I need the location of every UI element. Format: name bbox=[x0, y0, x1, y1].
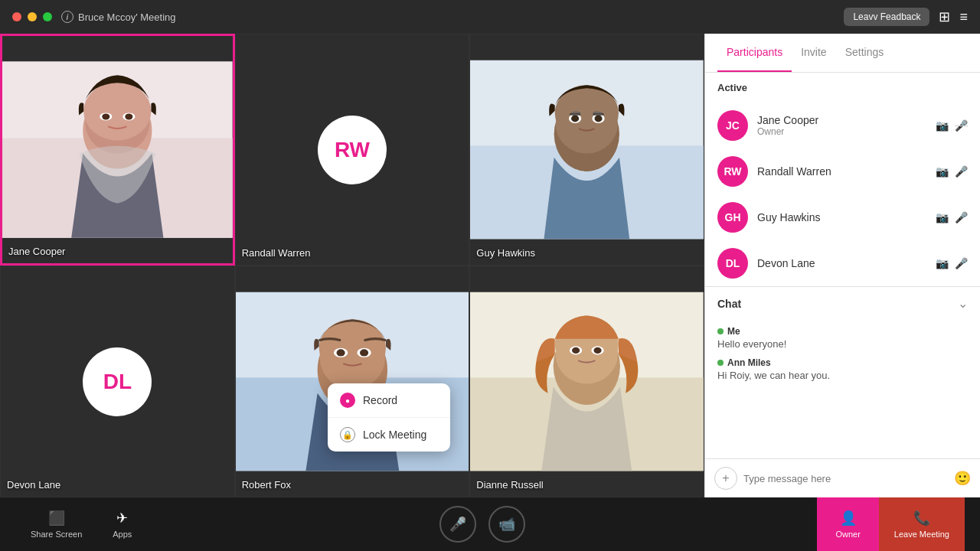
chat-message-me: Me Hello everyone! bbox=[717, 326, 968, 350]
participant-row-devon-lane: DL Devon Lane 📷 🎤 bbox=[705, 240, 980, 286]
chat-messages: Me Hello everyone! Ann Miles Hi Roiy, we… bbox=[705, 320, 980, 387]
leave-meeting-icon: 📞 bbox=[913, 510, 930, 527]
record-label: Record bbox=[363, 394, 397, 406]
randall-warren-display-name: Randall Warren bbox=[757, 165, 926, 178]
main-content: Jane Cooper RW Randall Warren bbox=[0, 34, 980, 497]
apps-icon: ✈ bbox=[116, 510, 128, 527]
svg-point-8 bbox=[125, 113, 132, 119]
chat-section: Chat ⌄ Me Hello everyone! Ann Miles H bbox=[705, 286, 980, 387]
video-cell-robert-fox: Robert Fox bbox=[235, 266, 470, 497]
emoji-button[interactable]: 🙂 bbox=[954, 470, 971, 487]
jane-cooper-photo bbox=[2, 36, 233, 263]
guy-hawkins-camera-icon: 📷 bbox=[936, 211, 949, 223]
meeting-info: i Bruce Mccoy' Meeting bbox=[61, 11, 844, 23]
share-screen-icon: ⬛ bbox=[48, 510, 65, 527]
randall-warren-controls: 📷 🎤 bbox=[936, 165, 968, 178]
chat-input[interactable] bbox=[743, 473, 948, 484]
chat-header[interactable]: Chat ⌄ bbox=[705, 287, 980, 320]
chat-input-area: + 🙂 bbox=[705, 458, 980, 497]
owner-button[interactable]: 👤 Owner bbox=[817, 497, 878, 551]
view-layout-icon[interactable]: ⊞ bbox=[939, 8, 950, 25]
titlebar-right: Leavv Feadback ⊞ ≡ bbox=[844, 8, 968, 26]
share-screen-label: Share Screen bbox=[31, 530, 82, 539]
chat-message-ann: Ann Miles Hi Roiy, we can hear you. bbox=[717, 357, 968, 381]
participant-row-guy-hawkins: GH Guy Hawkins 📷 🎤 bbox=[705, 194, 980, 240]
participant-list: JC Jane Cooper Owner 📷 🎤 RW Randall Warr… bbox=[705, 103, 980, 286]
leave-meeting-button[interactable]: 📞 Leave Meeting bbox=[879, 497, 965, 551]
titlebar: i Bruce Mccoy' Meeting Leavv Feadback ⊞ … bbox=[0, 0, 980, 34]
toolbar-center: 🎤 📹 bbox=[147, 506, 817, 543]
tab-settings[interactable]: Settings bbox=[836, 34, 893, 72]
bottom-toolbar: ⬛ Share Screen ✈ Apps 🎤 📹 👤 Owner 📞 Leav… bbox=[0, 497, 980, 551]
svg-point-4 bbox=[83, 82, 151, 140]
chat-text-ann: Hi Roiy, we can hear you. bbox=[717, 370, 968, 381]
fullscreen-button[interactable] bbox=[43, 12, 52, 21]
chat-sender-ann: Ann Miles bbox=[717, 357, 968, 368]
sidebar: Participants Invite Settings Active JC J… bbox=[704, 34, 980, 497]
minimize-button[interactable] bbox=[28, 12, 37, 21]
devon-lane-display-name: Devon Lane bbox=[757, 257, 926, 269]
svg-rect-18 bbox=[570, 113, 580, 116]
microphone-button[interactable]: 🎤 bbox=[439, 506, 476, 543]
robert-fox-photo bbox=[236, 266, 469, 497]
lock-meeting-label: Lock Meeting bbox=[363, 429, 426, 441]
randall-warren-name: Randall Warren bbox=[242, 247, 311, 259]
meeting-title: Bruce Mccoy' Meeting bbox=[78, 11, 175, 23]
owner-icon: 👤 bbox=[840, 510, 857, 527]
hamburger-menu-icon[interactable]: ≡ bbox=[959, 9, 968, 25]
jane-cooper-mic-icon: 🎤 bbox=[955, 119, 968, 132]
chat-collapse-icon: ⌄ bbox=[958, 296, 968, 311]
record-menu-item[interactable]: ● Record bbox=[328, 383, 450, 418]
camera-button[interactable]: 📹 bbox=[488, 506, 525, 543]
devon-lane-name: Devon Lane bbox=[7, 479, 60, 491]
tab-invite[interactable]: Invite bbox=[792, 34, 835, 72]
record-icon: ● bbox=[340, 393, 355, 408]
participant-row-jane-cooper: JC Jane Cooper Owner 📷 🎤 bbox=[705, 103, 980, 148]
svg-point-16 bbox=[571, 115, 579, 122]
video-cell-guy-hawkins: Guy Hawkins bbox=[469, 34, 704, 266]
svg-point-17 bbox=[595, 115, 603, 122]
tab-participants[interactable]: Participants bbox=[717, 34, 792, 72]
guy-hawkins-name: Guy Hawkins bbox=[476, 247, 535, 259]
chat-sender-me: Me bbox=[717, 326, 968, 337]
dianne-russell-photo bbox=[470, 266, 704, 497]
video-cell-randall-warren: RW Randall Warren bbox=[235, 34, 470, 266]
guy-hawkins-display-name: Guy Hawkins bbox=[757, 211, 926, 223]
participant-row-randall-warren: RW Randall Warren 📷 🎤 bbox=[705, 148, 980, 194]
chat-text-me: Hello everyone! bbox=[717, 338, 968, 350]
jane-cooper-role: Owner bbox=[757, 126, 926, 137]
svg-point-37 bbox=[594, 347, 602, 354]
guy-hawkins-avatar-sidebar: GH bbox=[717, 202, 748, 233]
close-button[interactable] bbox=[12, 12, 21, 21]
video-grid: Jane Cooper RW Randall Warren bbox=[0, 34, 704, 497]
guy-hawkins-photo bbox=[470, 34, 704, 265]
share-screen-button[interactable]: ⬛ Share Screen bbox=[15, 510, 97, 539]
video-cell-devon-lane: DL Devon Lane bbox=[0, 266, 235, 497]
apps-button[interactable]: ✈ Apps bbox=[97, 510, 147, 539]
chat-add-button[interactable]: + bbox=[714, 467, 737, 490]
video-cell-jane-cooper: Jane Cooper bbox=[0, 34, 235, 266]
leave-meeting-label: Leave Meeting bbox=[894, 530, 949, 539]
microphone-icon: 🎤 bbox=[449, 516, 466, 533]
svg-rect-19 bbox=[593, 113, 604, 116]
svg-point-7 bbox=[102, 113, 109, 119]
guy-hawkins-controls: 📷 🎤 bbox=[936, 211, 968, 223]
robert-fox-name: Robert Fox bbox=[242, 479, 291, 491]
leave-feedback-button[interactable]: Leavv Feadback bbox=[844, 8, 929, 26]
randall-warren-camera-icon: 📷 bbox=[936, 165, 949, 178]
jane-cooper-name: Jane Cooper bbox=[8, 246, 65, 257]
guy-hawkins-mic-icon: 🎤 bbox=[955, 211, 968, 223]
toolbar-left: ⬛ Share Screen ✈ Apps bbox=[15, 510, 147, 539]
lock-meeting-menu-item[interactable]: 🔒 Lock Meeting bbox=[328, 418, 450, 452]
svg-point-28 bbox=[360, 349, 368, 356]
devon-lane-camera-icon: 📷 bbox=[936, 257, 949, 269]
randall-warren-avatar-sidebar: RW bbox=[717, 156, 748, 187]
video-cell-dianne-russell: Dianne Russell bbox=[469, 266, 704, 497]
jane-cooper-camera-icon: 📷 bbox=[936, 119, 949, 132]
guy-hawkins-info: Guy Hawkins bbox=[757, 211, 926, 223]
sidebar-tabs: Participants Invite Settings bbox=[705, 34, 980, 73]
jane-cooper-display-name: Jane Cooper bbox=[757, 114, 926, 126]
svg-point-36 bbox=[572, 347, 580, 354]
toolbar-right: 👤 Owner 📞 Leave Meeting bbox=[817, 497, 965, 551]
online-dot-ann bbox=[717, 360, 724, 366]
